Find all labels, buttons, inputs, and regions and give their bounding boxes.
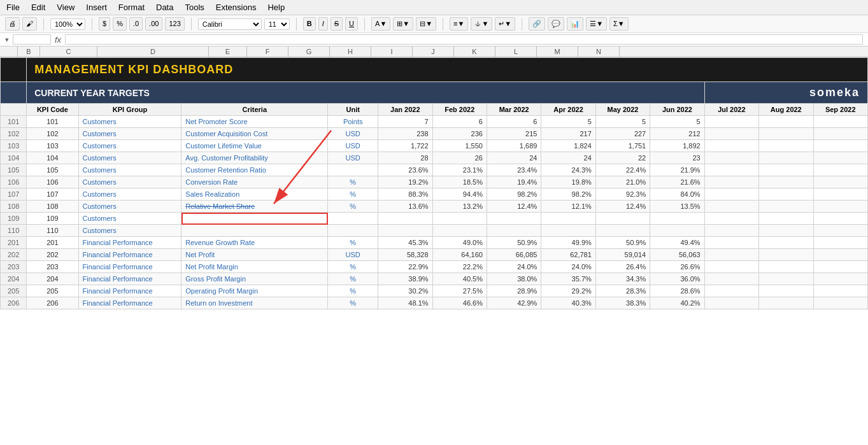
fontsize-select[interactable]: 11 (264, 18, 290, 30)
decimal1-button[interactable]: .0 (129, 17, 143, 31)
kpi-data-cell-7[interactable] (759, 273, 813, 285)
kpi-data-cell-8[interactable] (813, 225, 868, 237)
kpi-data-cell-6[interactable] (704, 285, 758, 297)
kpi-data-cell-4[interactable]: 22.4% (595, 164, 650, 176)
fill-color-button[interactable]: A▼ (371, 17, 390, 31)
kpi-data-cell-1[interactable]: 236 (432, 128, 487, 140)
kpi-unit-cell[interactable]: USD (328, 128, 378, 140)
menu-extensions[interactable]: Extensions (216, 3, 257, 12)
kpi-data-cell-1[interactable]: 18.5% (432, 176, 487, 188)
menu-edit[interactable]: Edit (31, 3, 45, 12)
kpi-data-cell-8[interactable] (813, 116, 868, 128)
kpi-data-cell-7[interactable] (759, 188, 813, 201)
kpi-data-cell-6[interactable] (704, 176, 758, 188)
col-header-4[interactable]: Jan 2022 (378, 104, 432, 116)
kpi-code-cell[interactable]: 203 (27, 261, 78, 273)
kpi-data-cell-7[interactable] (759, 201, 813, 213)
kpi-group-cell[interactable]: Financial Performance (78, 273, 181, 285)
kpi-criteria-cell[interactable]: Avg. Customer Profitability (181, 152, 328, 164)
col-header-5[interactable]: Feb 2022 (432, 104, 487, 116)
kpi-criteria-cell[interactable]: Net Profit (181, 249, 328, 261)
kpi-unit-cell[interactable]: % (328, 237, 378, 249)
kpi-data-cell-8[interactable] (813, 164, 868, 176)
kpi-data-cell-2[interactable]: 23.4% (487, 164, 541, 176)
kpi-group-cell[interactable]: Customers (78, 225, 181, 237)
kpi-unit-cell[interactable]: % (328, 297, 378, 309)
kpi-data-cell-7[interactable] (759, 152, 813, 164)
kpi-data-cell-3[interactable] (541, 213, 595, 225)
chart-button[interactable]: 📊 (567, 17, 583, 31)
col-header-6[interactable]: Mar 2022 (487, 104, 541, 116)
decimal2-button[interactable]: .00 (145, 17, 162, 31)
valign-button[interactable]: ⫝▼ (471, 17, 492, 31)
kpi-group-cell[interactable]: Customers (78, 116, 181, 128)
kpi-data-cell-2[interactable] (487, 213, 541, 225)
comment-button[interactable]: 💬 (548, 17, 564, 31)
kpi-data-cell-8[interactable] (813, 128, 868, 140)
currency-button[interactable]: $ (99, 17, 110, 31)
kpi-criteria-cell[interactable]: Customer Retention Ratio (181, 164, 328, 176)
kpi-data-cell-1[interactable]: 23.1% (432, 164, 487, 176)
kpi-unit-cell[interactable] (328, 213, 378, 225)
menu-format[interactable]: Format (118, 3, 145, 12)
kpi-data-cell-4[interactable]: 59,014 (595, 249, 650, 261)
kpi-group-cell[interactable]: Financial Performance (78, 237, 181, 249)
kpi-unit-cell[interactable]: % (328, 188, 378, 201)
kpi-data-cell-4[interactable]: 28.3% (595, 285, 650, 297)
kpi-data-cell-4[interactable]: 38.3% (595, 297, 650, 309)
kpi-data-cell-8[interactable] (813, 201, 868, 213)
kpi-data-cell-0[interactable]: 88.3% (378, 188, 432, 201)
underline-button[interactable]: U (345, 17, 358, 31)
kpi-data-cell-1[interactable]: 64,160 (432, 249, 487, 261)
kpi-data-cell-8[interactable] (813, 261, 868, 273)
kpi-data-cell-7[interactable] (759, 261, 813, 273)
kpi-data-cell-1[interactable]: 27.5% (432, 285, 487, 297)
kpi-data-cell-5[interactable] (650, 213, 704, 225)
kpi-data-cell-4[interactable] (595, 213, 650, 225)
kpi-data-cell-1[interactable]: 46.6% (432, 297, 487, 309)
kpi-data-cell-5[interactable]: 36.0% (650, 273, 704, 285)
kpi-data-cell-5[interactable]: 49.4% (650, 237, 704, 249)
kpi-unit-cell[interactable]: USD (328, 249, 378, 261)
kpi-data-cell-8[interactable] (813, 152, 868, 164)
kpi-data-cell-2[interactable]: 38.0% (487, 273, 541, 285)
kpi-group-cell[interactable]: Financial Performance (78, 285, 181, 297)
menu-data[interactable]: Data (156, 3, 173, 12)
kpi-data-cell-2[interactable]: 6 (487, 116, 541, 128)
kpi-data-cell-2[interactable]: 98.2% (487, 188, 541, 201)
kpi-group-cell[interactable]: Customers (78, 188, 181, 201)
kpi-data-cell-0[interactable]: 30.2% (378, 285, 432, 297)
kpi-data-cell-5[interactable] (650, 225, 704, 237)
kpi-unit-cell[interactable]: USD (328, 140, 378, 152)
kpi-data-cell-6[interactable] (704, 225, 758, 237)
kpi-data-cell-0[interactable]: 45.3% (378, 237, 432, 249)
kpi-data-cell-2[interactable]: 24 (487, 152, 541, 164)
menu-insert[interactable]: Insert (86, 3, 107, 12)
kpi-group-cell[interactable]: Customers (78, 152, 181, 164)
kpi-data-cell-0[interactable]: 1,722 (378, 140, 432, 152)
kpi-data-cell-8[interactable] (813, 213, 868, 225)
kpi-code-cell[interactable]: 206 (27, 297, 78, 309)
kpi-data-cell-8[interactable] (813, 140, 868, 152)
kpi-data-cell-6[interactable] (704, 164, 758, 176)
filter-button[interactable]: ☰▼ (586, 17, 607, 31)
kpi-data-cell-1[interactable]: 49.0% (432, 237, 487, 249)
kpi-data-cell-8[interactable] (813, 249, 868, 261)
col-header-12[interactable]: Sep 2022 (813, 104, 868, 116)
kpi-group-cell[interactable]: Customers (78, 201, 181, 213)
col-c-header[interactable]: C (40, 46, 97, 57)
kpi-criteria-cell[interactable]: Net Promoter Score (181, 116, 328, 128)
kpi-data-cell-1[interactable] (432, 225, 487, 237)
kpi-data-cell-6[interactable] (704, 128, 758, 140)
kpi-code-cell[interactable]: 105 (27, 164, 78, 176)
kpi-data-cell-5[interactable]: 84.0% (650, 188, 704, 201)
kpi-data-cell-2[interactable]: 12.4% (487, 201, 541, 213)
kpi-data-cell-4[interactable]: 34.3% (595, 273, 650, 285)
kpi-data-cell-2[interactable]: 42.9% (487, 297, 541, 309)
kpi-data-cell-5[interactable]: 21.6% (650, 176, 704, 188)
paint-format-button[interactable]: 🖌 (22, 17, 37, 31)
kpi-data-cell-1[interactable]: 40.5% (432, 273, 487, 285)
kpi-data-cell-3[interactable]: 24 (541, 152, 595, 164)
kpi-data-cell-2[interactable]: 24.0% (487, 261, 541, 273)
kpi-data-cell-6[interactable] (704, 140, 758, 152)
